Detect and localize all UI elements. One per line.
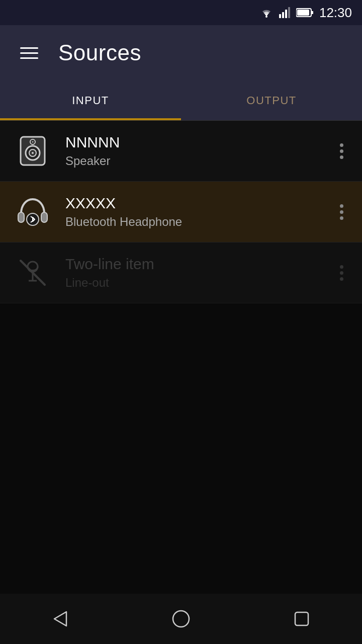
- tab-input[interactable]: INPUT: [0, 80, 181, 120]
- bluetooth-more-button[interactable]: [334, 199, 349, 225]
- recents-button[interactable]: [282, 604, 322, 634]
- svg-point-11: [32, 152, 34, 154]
- svg-rect-15: [41, 212, 47, 222]
- menu-button[interactable]: [15, 42, 43, 64]
- lineout-icon: [13, 253, 53, 293]
- status-time: 12:30: [319, 5, 352, 21]
- battery-icon: [296, 8, 314, 18]
- svg-rect-1: [279, 14, 281, 18]
- bluetooth-headphone-icon: [13, 192, 53, 232]
- list-item-speaker[interactable]: NNNNN Speaker: [0, 121, 362, 182]
- svg-rect-6: [311, 11, 313, 14]
- bluetooth-item-text: XXXXX Bluetooth Headphone: [53, 195, 334, 229]
- bottom-nav: [0, 594, 362, 644]
- page-title: Sources: [58, 40, 141, 65]
- lineout-title: Two-line item: [65, 256, 334, 273]
- home-button[interactable]: [161, 604, 201, 634]
- bluetooth-subtitle: Bluetooth Headphone: [65, 215, 334, 229]
- tabs-container: INPUT OUTPUT: [0, 80, 362, 121]
- wifi-icon: [259, 7, 274, 18]
- svg-marker-21: [54, 612, 66, 626]
- lineout-more-button[interactable]: [334, 260, 349, 286]
- svg-rect-7: [297, 10, 309, 16]
- svg-point-22: [173, 611, 189, 627]
- svg-point-13: [32, 141, 34, 143]
- svg-rect-23: [295, 612, 308, 625]
- list-item-lineout[interactable]: Two-line item Line-out: [0, 243, 362, 303]
- speaker-item-text: NNNNN Speaker: [53, 134, 334, 168]
- speaker-subtitle: Speaker: [65, 154, 334, 168]
- lineout-item-text: Two-line item Line-out: [53, 256, 334, 290]
- bluetooth-title: XXXXX: [65, 195, 334, 212]
- svg-rect-2: [282, 12, 284, 18]
- tab-output[interactable]: OUTPUT: [181, 80, 362, 120]
- speaker-icon: [13, 131, 53, 171]
- svg-rect-14: [18, 212, 24, 222]
- status-bar: 12:30: [0, 0, 362, 25]
- app-bar: Sources: [0, 25, 362, 80]
- svg-rect-3: [285, 10, 287, 18]
- signal-icon: [279, 7, 291, 18]
- status-icons: 12:30: [259, 5, 352, 21]
- svg-point-0: [265, 16, 267, 18]
- list-item-bluetooth[interactable]: XXXXX Bluetooth Headphone: [0, 182, 362, 243]
- lineout-subtitle: Line-out: [65, 276, 334, 290]
- sources-list: NNNNN Speaker XXXXX Bluetooth Headphone: [0, 121, 362, 303]
- speaker-more-button[interactable]: [334, 138, 349, 164]
- speaker-title: NNNNN: [65, 134, 334, 151]
- back-button[interactable]: [40, 604, 80, 634]
- svg-rect-4: [288, 7, 290, 18]
